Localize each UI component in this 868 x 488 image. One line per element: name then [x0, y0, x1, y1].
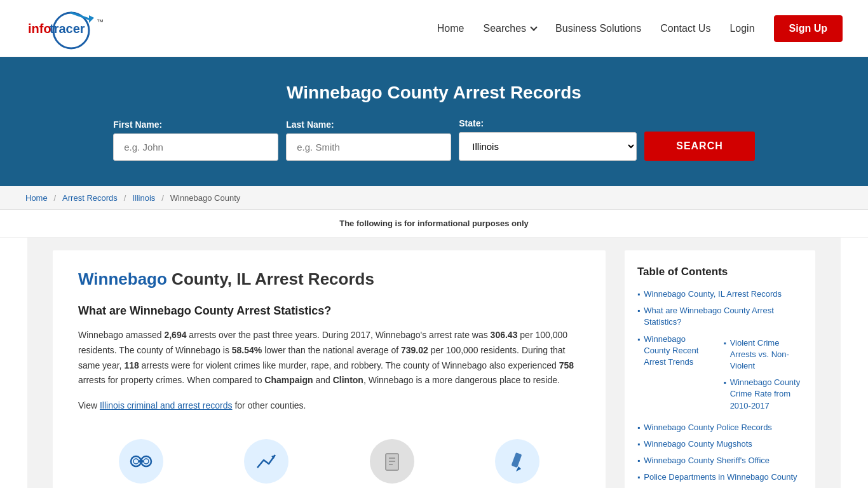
svg-rect-9: [139, 460, 144, 463]
state-group: State: AlabamaAlaskaArizonaArkansasCalif…: [459, 118, 637, 161]
city2: Clinton: [333, 375, 363, 385]
para-and: and: [313, 375, 333, 385]
first-name-label: First Name:: [113, 119, 278, 130]
stat3: 58.54%: [232, 345, 262, 355]
content-heading: Winnebago County, IL Arrest Records: [78, 269, 580, 289]
toc-item: Winnebago County Mugshots: [637, 438, 803, 450]
toc-list: Winnebago County, IL Arrest RecordsWhat …: [637, 288, 803, 483]
hero-title: Winnebago County Arrest Records: [13, 83, 855, 103]
state-label: State:: [459, 118, 637, 128]
signup-button[interactable]: Sign Up: [774, 15, 843, 42]
last-name-label: Last Name:: [286, 119, 451, 130]
breadcrumb-arrest-records[interactable]: Arrest Records: [62, 193, 118, 203]
stat2: 306.43: [491, 330, 518, 340]
search-button[interactable]: SEARCH: [644, 132, 755, 161]
para-post6: arrests for property crimes. When compar…: [78, 375, 264, 385]
toc-item: Winnebago County Sheriff's Office: [637, 455, 803, 466]
stats-paragraph: Winnebago amassed 2,694 arrests over the…: [78, 328, 580, 388]
svg-rect-17: [512, 452, 522, 468]
toc-item: Winnebago County Recent Arrest TrendsVio…: [637, 334, 803, 417]
toc-sub-link[interactable]: Winnebago County Crime Rate from 2010-20…: [730, 377, 803, 412]
chevron-down-icon: [530, 24, 537, 30]
svg-text:™: ™: [97, 18, 104, 25]
toc-sub-item: Violent Crime Arrests vs. Non-Violent: [723, 337, 803, 372]
stat6: 758: [559, 360, 574, 370]
svg-point-11: [144, 459, 149, 464]
stat1: 2,694: [164, 330, 186, 340]
pen-icon: [495, 439, 539, 484]
last-name-input[interactable]: [286, 133, 451, 161]
view-post: for other counties.: [233, 400, 306, 410]
para-post3: lower than the national average of: [262, 345, 401, 355]
heading-rest: County, IL Arrest Records: [167, 269, 374, 288]
scroll-icon: [370, 439, 414, 484]
toc-sub-item: Winnebago County Crime Rate from 2010-20…: [723, 377, 803, 412]
svg-point-10: [133, 459, 139, 464]
state-select[interactable]: AlabamaAlaskaArizonaArkansasCaliforniaCo…: [459, 132, 637, 161]
toc-item: Winnebago County Police Records: [637, 422, 803, 433]
first-name-group: First Name:: [113, 119, 278, 161]
breadcrumb-home[interactable]: Home: [25, 193, 48, 203]
para-pre1: Winnebago amassed: [78, 330, 164, 340]
toc-link[interactable]: What are Winnebago County Arrest Statist…: [644, 305, 803, 328]
main-container: Winnebago County, IL Arrest Records What…: [27, 238, 841, 488]
breadcrumb-illinois[interactable]: Illinois: [132, 193, 155, 203]
city1: Champaign: [264, 375, 313, 385]
nav-business[interactable]: Business Solutions: [555, 23, 641, 34]
nav-searches[interactable]: Searches: [483, 23, 536, 34]
toc-item: Police Departments in Winnebago County: [637, 471, 803, 483]
breadcrumb-sep1: /: [54, 193, 57, 203]
svg-marker-2: [89, 15, 94, 23]
trend-icon: [244, 439, 288, 484]
svg-line-1: [71, 13, 89, 19]
para-post5: arrests were for violent crimes like mur…: [139, 360, 559, 370]
toc-link[interactable]: Winnebago County, IL Arrest Records: [644, 288, 782, 300]
svg-text:info: info: [28, 22, 51, 36]
svg-text:tracer: tracer: [50, 22, 85, 36]
nav-home[interactable]: Home: [437, 23, 465, 34]
first-name-input[interactable]: [113, 133, 278, 161]
breadcrumb-county: Winnebago County: [170, 193, 241, 203]
stat5: 118: [124, 360, 139, 370]
subheading: What are Winnebago County Arrest Statist…: [78, 304, 580, 318]
last-name-group: Last Name:: [286, 119, 451, 161]
navbar: info tracer ™ Home Searches Business Sol…: [0, 0, 868, 57]
toc-item: Winnebago County, IL Arrest Records: [637, 288, 803, 300]
toc-sidebar: Table of Contents Winnebago County, IL A…: [625, 250, 815, 488]
illinois-records-link[interactable]: Illinois criminal and arrest records: [100, 400, 233, 410]
para-post1: arrests over the past three years. Durin…: [186, 330, 490, 340]
logo[interactable]: info tracer ™: [25, 6, 133, 51]
breadcrumb-sep2: /: [124, 193, 126, 203]
breadcrumb-sep3: /: [161, 193, 164, 203]
toc-link[interactable]: Winnebago County Police Records: [644, 422, 772, 433]
toc-link[interactable]: Winnebago County Recent Arrest Trends: [644, 334, 709, 369]
nav-login[interactable]: Login: [729, 23, 754, 34]
stat4: 739.02: [401, 345, 428, 355]
toc-link[interactable]: Winnebago County Mugshots: [644, 438, 752, 450]
nav-contact[interactable]: Contact Us: [660, 23, 710, 34]
icon-pen: [495, 439, 539, 484]
icons-row: [78, 426, 580, 484]
toc-link[interactable]: Winnebago County Sheriff's Office: [644, 455, 770, 466]
svg-rect-13: [386, 454, 398, 470]
breadcrumb: Home / Arrest Records / Illinois / Winne…: [0, 186, 868, 210]
toc-item: What are Winnebago County Arrest Statist…: [637, 305, 803, 328]
handcuffs-icon: [119, 439, 163, 484]
toc-link[interactable]: Police Departments in Winnebago County: [644, 471, 797, 483]
heading-highlight: Winnebago: [78, 269, 167, 288]
toc-sub-link[interactable]: Violent Crime Arrests vs. Non-Violent: [730, 337, 803, 372]
nav-links: Home Searches Business Solutions Contact…: [437, 15, 843, 42]
content-area: Winnebago County, IL Arrest Records What…: [53, 250, 606, 488]
view-link-paragraph: View Illinois criminal and arrest record…: [78, 398, 580, 414]
toc-title: Table of Contents: [637, 266, 803, 278]
para-end: , Winnebago is a more dangerous place to…: [363, 375, 560, 385]
search-form: First Name: Last Name: State: AlabamaAla…: [85, 118, 783, 161]
info-banner: The following is for informational purpo…: [0, 210, 868, 238]
icon-scroll: [370, 439, 414, 484]
icon-handcuffs: [119, 439, 163, 484]
hero-banner: Winnebago County Arrest Records First Na…: [0, 57, 868, 186]
icon-trend: [244, 439, 288, 484]
view-pre: View: [78, 400, 100, 410]
